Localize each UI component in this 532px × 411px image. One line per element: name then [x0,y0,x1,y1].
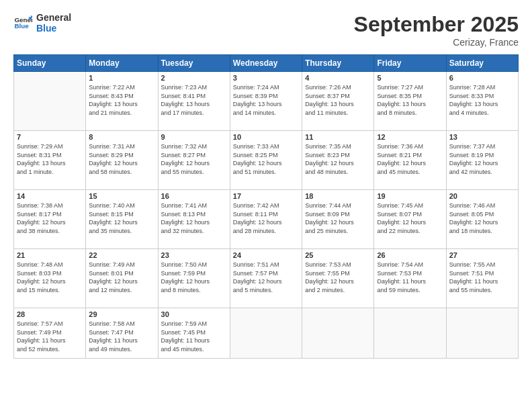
day-info: Sunrise: 7:45 AM Sunset: 8:07 PM Dayligh… [377,201,443,235]
day-info: Sunrise: 7:55 AM Sunset: 7:51 PM Dayligh… [449,261,515,294]
day-info: Sunrise: 7:50 AM Sunset: 7:59 PM Dayligh… [161,261,227,294]
calendar-cell: 13Sunrise: 7:37 AM Sunset: 8:19 PM Dayli… [446,131,518,190]
calendar-cell [14,72,86,131]
calendar-day-header: Thursday [302,55,374,72]
day-info: Sunrise: 7:23 AM Sunset: 8:41 PM Dayligh… [161,83,227,117]
day-info: Sunrise: 7:44 AM Sunset: 8:09 PM Dayligh… [305,201,371,235]
day-number: 29 [89,310,154,318]
calendar-cell: 26Sunrise: 7:54 AM Sunset: 7:53 PM Dayli… [374,249,446,308]
day-info: Sunrise: 7:59 AM Sunset: 7:45 PM Dayligh… [161,320,227,353]
day-number: 15 [89,192,154,200]
calendar-cell: 30Sunrise: 7:59 AM Sunset: 7:45 PM Dayli… [158,308,230,359]
day-info: Sunrise: 7:42 AM Sunset: 8:11 PM Dayligh… [233,201,299,235]
month-title: September 2025 [354,12,519,37]
day-number: 25 [305,251,371,259]
calendar-cell: 10Sunrise: 7:33 AM Sunset: 8:25 PM Dayli… [230,131,302,190]
calendar-cell [302,308,374,359]
day-number: 5 [377,74,443,82]
calendar-cell: 27Sunrise: 7:55 AM Sunset: 7:51 PM Dayli… [446,249,518,308]
day-number: 17 [233,192,299,200]
calendar-cell: 22Sunrise: 7:49 AM Sunset: 8:01 PM Dayli… [86,249,158,308]
location: Cerizay, France [354,37,519,48]
day-info: Sunrise: 7:57 AM Sunset: 7:49 PM Dayligh… [17,320,83,353]
calendar-cell: 2Sunrise: 7:23 AM Sunset: 8:41 PM Daylig… [158,72,230,131]
day-number: 27 [449,251,515,259]
calendar-cell: 17Sunrise: 7:42 AM Sunset: 8:11 PM Dayli… [230,190,302,249]
day-info: Sunrise: 7:35 AM Sunset: 8:23 PM Dayligh… [305,142,371,176]
day-number: 14 [17,192,83,200]
calendar-cell: 20Sunrise: 7:46 AM Sunset: 8:05 PM Dayli… [446,190,518,249]
day-info: Sunrise: 7:54 AM Sunset: 7:53 PM Dayligh… [377,261,443,294]
day-info: Sunrise: 7:37 AM Sunset: 8:19 PM Dayligh… [449,142,515,176]
day-number: 28 [17,310,83,318]
logo-icon: General Blue [13,13,32,32]
day-info: Sunrise: 7:38 AM Sunset: 8:17 PM Dayligh… [17,201,83,235]
day-info: Sunrise: 7:27 AM Sunset: 8:35 PM Dayligh… [377,83,443,117]
calendar-cell [230,308,302,359]
logo-line1: General [36,12,71,23]
day-number: 4 [305,74,371,82]
day-number: 16 [161,192,227,200]
calendar-cell: 21Sunrise: 7:48 AM Sunset: 8:03 PM Dayli… [14,249,86,308]
day-number: 21 [17,251,83,259]
day-info: Sunrise: 7:36 AM Sunset: 8:21 PM Dayligh… [377,142,443,176]
calendar-cell: 24Sunrise: 7:51 AM Sunset: 7:57 PM Dayli… [230,249,302,308]
calendar-cell: 25Sunrise: 7:53 AM Sunset: 7:55 PM Dayli… [302,249,374,308]
day-number: 10 [233,133,299,141]
day-number: 20 [449,192,515,200]
day-info: Sunrise: 7:49 AM Sunset: 8:01 PM Dayligh… [89,261,154,294]
page-header: General Blue General Blue September 2025… [13,12,519,48]
day-number: 1 [89,74,154,82]
svg-text:Blue: Blue [14,22,29,30]
calendar-cell [374,308,446,359]
title-block: September 2025 Cerizay, France [354,12,519,48]
day-info: Sunrise: 7:29 AM Sunset: 8:31 PM Dayligh… [17,142,83,176]
calendar-cell: 8Sunrise: 7:31 AM Sunset: 8:29 PM Daylig… [86,131,158,190]
day-number: 23 [161,251,227,259]
day-number: 19 [377,192,443,200]
day-number: 13 [449,133,515,141]
calendar-header-row: SundayMondayTuesdayWednesdayThursdayFrid… [14,55,519,72]
day-number: 24 [233,251,299,259]
calendar-cell: 11Sunrise: 7:35 AM Sunset: 8:23 PM Dayli… [302,131,374,190]
calendar-cell [446,308,518,359]
calendar-cell: 3Sunrise: 7:24 AM Sunset: 8:39 PM Daylig… [230,72,302,131]
calendar-cell: 4Sunrise: 7:26 AM Sunset: 8:37 PM Daylig… [302,72,374,131]
calendar-day-header: Wednesday [230,55,302,72]
day-number: 8 [89,133,154,141]
calendar-day-header: Monday [86,55,158,72]
day-number: 12 [377,133,443,141]
calendar-cell: 5Sunrise: 7:27 AM Sunset: 8:35 PM Daylig… [374,72,446,131]
calendar-cell: 6Sunrise: 7:28 AM Sunset: 8:33 PM Daylig… [446,72,518,131]
day-info: Sunrise: 7:22 AM Sunset: 8:43 PM Dayligh… [89,83,154,117]
calendar-cell: 9Sunrise: 7:32 AM Sunset: 8:27 PM Daylig… [158,131,230,190]
day-number: 3 [233,74,299,82]
calendar-cell: 14Sunrise: 7:38 AM Sunset: 8:17 PM Dayli… [14,190,86,249]
calendar-day-header: Sunday [14,55,86,72]
calendar-table: SundayMondayTuesdayWednesdayThursdayFrid… [13,54,519,359]
logo: General Blue General Blue [13,12,71,34]
day-info: Sunrise: 7:46 AM Sunset: 8:05 PM Dayligh… [449,201,515,235]
day-info: Sunrise: 7:41 AM Sunset: 8:13 PM Dayligh… [161,201,227,235]
day-info: Sunrise: 7:48 AM Sunset: 8:03 PM Dayligh… [17,261,83,294]
day-number: 11 [305,133,371,141]
day-number: 2 [161,74,227,82]
calendar-cell: 23Sunrise: 7:50 AM Sunset: 7:59 PM Dayli… [158,249,230,308]
calendar-day-header: Friday [374,55,446,72]
day-number: 9 [161,133,227,141]
calendar-cell: 7Sunrise: 7:29 AM Sunset: 8:31 PM Daylig… [14,131,86,190]
day-number: 26 [377,251,443,259]
day-number: 6 [449,74,515,82]
day-info: Sunrise: 7:31 AM Sunset: 8:29 PM Dayligh… [89,142,154,176]
day-info: Sunrise: 7:28 AM Sunset: 8:33 PM Dayligh… [449,83,515,117]
calendar-cell: 19Sunrise: 7:45 AM Sunset: 8:07 PM Dayli… [374,190,446,249]
day-info: Sunrise: 7:26 AM Sunset: 8:37 PM Dayligh… [305,83,371,117]
calendar-cell: 29Sunrise: 7:58 AM Sunset: 7:47 PM Dayli… [86,308,158,359]
day-number: 22 [89,251,154,259]
logo-line2: Blue [36,23,71,34]
calendar-day-header: Saturday [446,55,518,72]
calendar-cell: 18Sunrise: 7:44 AM Sunset: 8:09 PM Dayli… [302,190,374,249]
day-info: Sunrise: 7:24 AM Sunset: 8:39 PM Dayligh… [233,83,299,117]
day-info: Sunrise: 7:33 AM Sunset: 8:25 PM Dayligh… [233,142,299,176]
calendar-cell: 1Sunrise: 7:22 AM Sunset: 8:43 PM Daylig… [86,72,158,131]
